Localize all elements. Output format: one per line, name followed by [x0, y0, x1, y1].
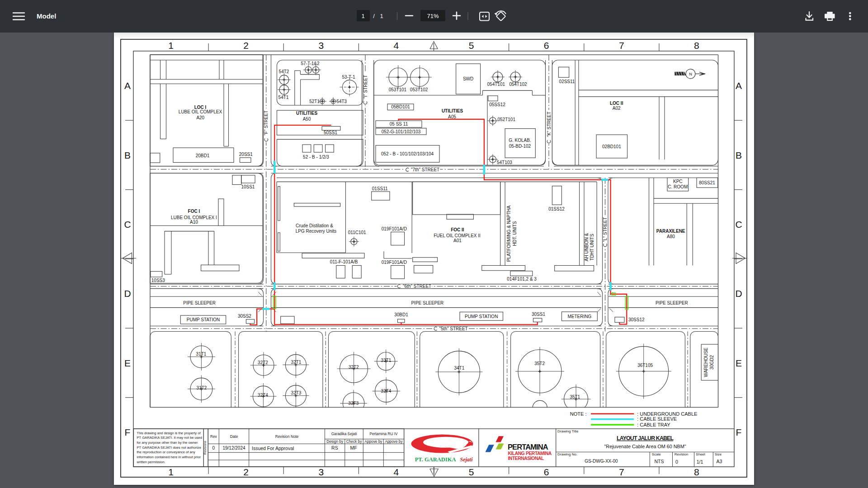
svg-text:54T1: 54T1	[278, 95, 289, 100]
svg-text:"L" STREET: "L" STREET	[603, 217, 608, 242]
svg-text:014F101,2 & 3: 014F101,2 & 3	[507, 277, 537, 282]
svg-text:B: B	[124, 150, 131, 160]
svg-text:10SS1: 10SS1	[241, 184, 255, 189]
svg-text:D: D	[124, 288, 131, 299]
svg-text:: UNDERGROUND CABLE: : UNDERGROUND CABLE	[637, 411, 697, 417]
svg-text:Rev: Rev	[210, 434, 217, 439]
svg-text:"5th" STREET: "5th" STREET	[439, 326, 468, 331]
svg-text:Size: Size	[715, 452, 722, 456]
svg-text:SWD: SWD	[463, 76, 473, 81]
svg-text:A02: A02	[613, 106, 621, 111]
svg-text:C: C	[124, 219, 131, 230]
svg-text:PLATFORMING & NAPTHA: PLATFORMING & NAPTHA	[506, 206, 511, 262]
svg-text:PARAXILENE: PARAXILENE	[656, 229, 685, 234]
svg-text:32T2: 32T2	[258, 360, 268, 365]
svg-text:WAREHOUSE: WAREHOUSE	[704, 347, 709, 377]
svg-text:PIPE SLEEPER: PIPE SLEEPER	[656, 300, 688, 305]
svg-text:PUMP STATION: PUMP STATION	[465, 314, 498, 319]
svg-text:"F" STREET: "F" STREET	[264, 110, 269, 135]
svg-text:: CABLE SLEEVE: : CABLE SLEEVE	[637, 416, 677, 422]
svg-text:PERTAMINA: PERTAMINA	[508, 443, 548, 451]
svg-text:052T101: 052T101	[498, 117, 516, 122]
svg-text:"6th" STREET: "6th" STREET	[403, 284, 431, 289]
svg-text:32T3: 32T3	[291, 390, 302, 395]
svg-text:E: E	[124, 358, 131, 368]
svg-text:Drawing Title: Drawing Title	[557, 429, 579, 433]
svg-text:32T4: 32T4	[381, 389, 392, 394]
svg-text:54T3: 54T3	[336, 99, 347, 104]
svg-text:019F101A/D: 019F101A/D	[382, 260, 407, 265]
svg-text:32T1: 32T1	[291, 360, 302, 365]
svg-text:METERING: METERING	[568, 314, 592, 319]
svg-text:Drawing No.: Drawing No.	[557, 452, 577, 456]
svg-text:57-T-1&2: 57-T-1&2	[301, 61, 320, 66]
svg-text:A: A	[736, 80, 742, 91]
svg-text:Crude Distilation &: Crude Distilation &	[296, 223, 333, 228]
svg-text:"I" STREET: "I" STREET	[363, 75, 368, 99]
svg-text:30SS2: 30SS2	[238, 314, 251, 319]
svg-text:4: 4	[394, 40, 399, 51]
svg-text:32T4: 32T4	[258, 393, 268, 398]
svg-text:20SS1: 20SS1	[239, 152, 253, 157]
svg-text:31T1: 31T1	[196, 352, 207, 357]
svg-text:for any purpose other than by: for any purpose other than by the owner.	[137, 441, 198, 445]
svg-text:7: 7	[619, 467, 624, 477]
svg-text:HDT. UNITS: HDT. UNITS	[512, 221, 517, 246]
svg-text:054T102: 054T102	[509, 82, 527, 87]
svg-text:05 SS 11: 05 SS 11	[390, 122, 408, 127]
svg-text:Appove by: Appove by	[364, 439, 382, 444]
svg-text:Sejati: Sejati	[460, 456, 473, 463]
svg-text:G. KOLAB.: G. KOLAB.	[509, 138, 531, 143]
svg-text:PT GARADIKA SEJATI. It may not: PT GARADIKA SEJATI. It may not be used	[137, 436, 202, 440]
svg-text:LOC I: LOC I	[194, 105, 207, 110]
svg-text:53-T-1: 53-T-1	[342, 75, 355, 80]
svg-text:053T101: 053T101	[389, 87, 407, 92]
svg-text:"7th" STREET: "7th" STREET	[411, 167, 439, 172]
svg-text:30GD2: 30GD2	[710, 355, 715, 370]
svg-text:54T2: 54T2	[279, 69, 289, 74]
svg-text:the reproduction or conveyan: the reproduction or conveyance of any	[137, 450, 195, 454]
svg-text:0: 0	[675, 459, 678, 465]
svg-text:011-F-101A/B: 011-F-101A/B	[330, 259, 358, 264]
svg-text:information contained here in: information contained here in without pr…	[137, 455, 201, 459]
svg-text:Revision Note: Revision Note	[275, 434, 299, 439]
svg-text:02SS11: 02SS11	[559, 79, 575, 84]
svg-text:LUBE OIL COMPLEX: LUBE OIL COMPLEX	[179, 109, 222, 114]
svg-text:C. ROOM: C. ROOM	[668, 184, 688, 189]
svg-text:36T105: 36T105	[637, 363, 653, 368]
svg-text:32T3: 32T3	[349, 401, 359, 406]
svg-text:01SS12: 01SS12	[548, 206, 565, 211]
svg-text:A20: A20	[196, 115, 204, 120]
svg-text:E: E	[736, 358, 742, 368]
svg-text:AH UNBON &: AH UNBON &	[584, 233, 589, 262]
svg-text:MF: MF	[350, 445, 357, 450]
svg-text:FOC I: FOC I	[188, 209, 200, 214]
svg-text:Scale: Scale	[652, 452, 661, 456]
svg-text:34T1: 34T1	[454, 366, 465, 371]
svg-text:5: 5	[469, 467, 474, 477]
svg-text:/: /	[373, 13, 375, 19]
svg-text:LPG Recovery Units: LPG Recovery Units	[296, 229, 337, 234]
svg-text:Check by: Check by	[346, 439, 362, 444]
svg-text:PT GARADIKA SEJATI does not au: PT GARADIKA SEJATI does not authorize	[137, 446, 201, 450]
svg-text:01SS11: 01SS11	[372, 186, 388, 191]
svg-text:A3: A3	[717, 459, 722, 464]
svg-text:3: 3	[318, 467, 324, 477]
svg-text:35T1: 35T1	[570, 394, 580, 399]
svg-text:Revisions: Revisions	[203, 441, 207, 455]
svg-text:1: 1	[380, 13, 383, 19]
svg-text:Garadika Sejati: Garadika Sejati	[331, 432, 357, 436]
svg-text:52T1: 52T1	[309, 99, 320, 104]
svg-text:KILANG PERTAMINA: KILANG PERTAMINA	[508, 451, 552, 456]
svg-text:3: 3	[318, 40, 324, 51]
svg-text:71%: 71%	[427, 13, 439, 19]
svg-text:05BD101: 05BD101	[391, 104, 410, 109]
svg-text:PUMP STATION: PUMP STATION	[187, 317, 220, 322]
svg-text:PT. GARADIKA: PT. GARADIKA	[415, 456, 456, 463]
svg-text:011C101: 011C101	[348, 230, 366, 235]
svg-text:2: 2	[243, 467, 249, 477]
svg-text:RS: RS	[331, 445, 338, 450]
svg-text:019F101A/D: 019F101A/D	[382, 226, 407, 231]
svg-text:35T2: 35T2	[534, 361, 545, 366]
svg-text:GS-DWG-XX-00: GS-DWG-XX-00	[585, 459, 618, 464]
